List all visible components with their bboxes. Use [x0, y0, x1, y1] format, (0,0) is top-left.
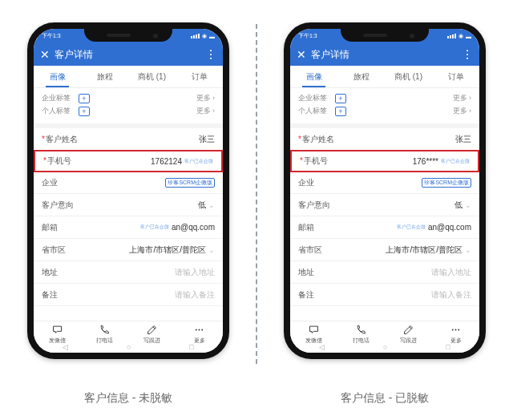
recent-key[interactable]: □: [189, 343, 193, 351]
bottom-bar: 发微信 打电话 写跟进 更多 ◁○□: [290, 321, 479, 353]
region-value: 上海市/市辖区/普陀区: [129, 244, 206, 256]
row-email[interactable]: 邮箱 客户已在企微an@qq.com: [290, 216, 479, 239]
tab-opportunity[interactable]: 商机 (1): [385, 66, 432, 87]
remark-placeholder: 请输入备注: [175, 289, 215, 301]
more-icon[interactable]: ⋯: [204, 49, 217, 61]
chevron-down-icon: ⌄: [465, 246, 471, 254]
page-title: 客户详情: [311, 48, 461, 62]
row-intent[interactable]: 客户意向 低⌄: [290, 194, 479, 216]
row-company[interactable]: 企业 珍客SCRM企微版: [34, 172, 223, 194]
close-icon[interactable]: ✕: [297, 48, 306, 61]
address-placeholder: 请输入地址: [431, 267, 471, 278]
back-key[interactable]: ◁: [319, 343, 325, 351]
address-placeholder: 请输入地址: [175, 267, 215, 278]
tab-profile[interactable]: 画像: [34, 66, 81, 87]
wecom-badge: 客户已在企微: [441, 158, 470, 165]
row-region[interactable]: 省市区 上海市/市辖区/普陀区⌄: [34, 239, 223, 261]
name-value: 张三: [199, 134, 215, 145]
recent-key[interactable]: □: [446, 343, 450, 351]
phone-icon: [355, 324, 367, 336]
row-region[interactable]: 省市区 上海市/市辖区/普陀区⌄: [290, 239, 479, 261]
chevron-down-icon: ⌄: [208, 201, 215, 209]
row-email[interactable]: 邮箱 客户已在企微an@qq.com: [34, 216, 223, 239]
notch: [84, 29, 172, 42]
row-name[interactable]: *客户姓名 张三: [290, 128, 479, 151]
tab-profile[interactable]: 画像: [290, 66, 337, 87]
name-value: 张三: [455, 134, 471, 145]
wecom-badge: 客户已在企微: [184, 158, 213, 165]
intent-value: 低: [198, 200, 206, 211]
svg-point-0: [196, 329, 197, 331]
personal-tag-label: 个人标签: [298, 106, 335, 116]
row-address[interactable]: 地址 请输入地址: [34, 261, 223, 284]
intent-value: 低: [454, 200, 463, 211]
dots-icon: [193, 324, 205, 336]
email-value: an@qq.com: [172, 223, 215, 232]
wecom-badge: 客户已在企微: [397, 224, 426, 231]
wecom-badge: 客户已在企微: [140, 224, 169, 231]
tab-journey[interactable]: 旅程: [81, 66, 128, 87]
edit-icon: [402, 324, 414, 336]
phone-value: 1762124: [151, 157, 182, 166]
tab-bar: 画像 旅程 商机 (1) 订单: [290, 66, 479, 88]
svg-point-3: [452, 329, 454, 331]
title-bar: ✕ 客户详情 ⋯: [290, 43, 479, 66]
title-bar: ✕ 客户详情 ⋯: [34, 43, 223, 66]
svg-point-1: [199, 329, 200, 331]
enterprise-tag-label: 企业标签: [298, 93, 335, 103]
chevron-down-icon: ⌄: [465, 201, 471, 209]
row-address[interactable]: 地址 请输入地址: [290, 261, 479, 284]
add-tag-icon[interactable]: +: [335, 107, 346, 116]
android-nav: ◁○□: [290, 343, 479, 351]
wifi-icon: ◉: [202, 33, 207, 39]
phone-value-masked: 176****: [413, 157, 438, 166]
more-tags[interactable]: 更多 ›: [196, 106, 216, 116]
page-title: 客户详情: [55, 48, 204, 62]
row-remark[interactable]: 备注 请输入备注: [34, 284, 223, 306]
edit-icon: [146, 324, 158, 336]
chat-icon: [51, 324, 63, 336]
signal-icon: [447, 34, 456, 38]
row-remark[interactable]: 备注 请输入备注: [290, 284, 479, 306]
home-key[interactable]: ○: [127, 343, 131, 351]
tab-journey[interactable]: 旅程: [337, 66, 385, 87]
svg-point-2: [201, 329, 203, 331]
battery-icon: ▬: [209, 34, 215, 39]
home-key[interactable]: ○: [383, 343, 387, 351]
caption-right: 客户信息 - 已脱敏: [256, 391, 513, 406]
row-name[interactable]: *客户姓名 张三: [34, 128, 223, 151]
scrm-badge: 珍客SCRM企微版: [165, 178, 215, 188]
row-company[interactable]: 企业 珍客SCRM企微版: [290, 172, 479, 194]
vertical-divider: [256, 24, 257, 364]
phone-icon: [99, 324, 111, 336]
add-tag-icon[interactable]: +: [79, 94, 90, 103]
scrm-badge: 珍客SCRM企微版: [422, 178, 471, 188]
tag-section: 企业标签+更多 › 个人标签+更多 ›: [34, 88, 223, 123]
dots-icon: [450, 324, 462, 336]
notch: [341, 29, 429, 42]
phone-left: 下午1:3 ◉ ▬ ✕ 客户详情 ⋯ 画像 旅程 商机 (1) 订单 企业标签+…: [27, 22, 229, 359]
add-tag-icon[interactable]: +: [335, 94, 346, 103]
android-nav: ◁○□: [34, 343, 223, 351]
more-tags[interactable]: 更多 ›: [196, 93, 216, 103]
chat-icon: [308, 324, 320, 336]
row-intent[interactable]: 客户意向 低⌄: [34, 194, 223, 216]
back-key[interactable]: ◁: [63, 343, 68, 351]
add-tag-icon[interactable]: +: [79, 107, 90, 116]
bottom-bar: 发微信 打电话 写跟进 更多 ◁○□: [34, 321, 223, 353]
tab-order[interactable]: 订单: [432, 66, 479, 87]
svg-point-5: [458, 329, 459, 331]
chevron-down-icon: ⌄: [208, 246, 215, 254]
status-time: 下午1:3: [42, 32, 61, 40]
more-tags[interactable]: 更多 ›: [453, 106, 472, 116]
more-icon[interactable]: ⋯: [461, 49, 474, 61]
tab-order[interactable]: 订单: [176, 66, 223, 87]
remark-placeholder: 请输入备注: [431, 289, 471, 301]
more-tags[interactable]: 更多 ›: [453, 93, 472, 103]
personal-tag-label: 个人标签: [42, 106, 79, 116]
tab-bar: 画像 旅程 商机 (1) 订单: [34, 66, 223, 88]
row-phone[interactable]: *手机号 1762124客户已在企微: [34, 150, 223, 172]
row-phone[interactable]: *手机号 176****客户已在企微: [290, 150, 479, 172]
close-icon[interactable]: ✕: [40, 48, 50, 61]
tab-opportunity[interactable]: 商机 (1): [128, 66, 176, 87]
